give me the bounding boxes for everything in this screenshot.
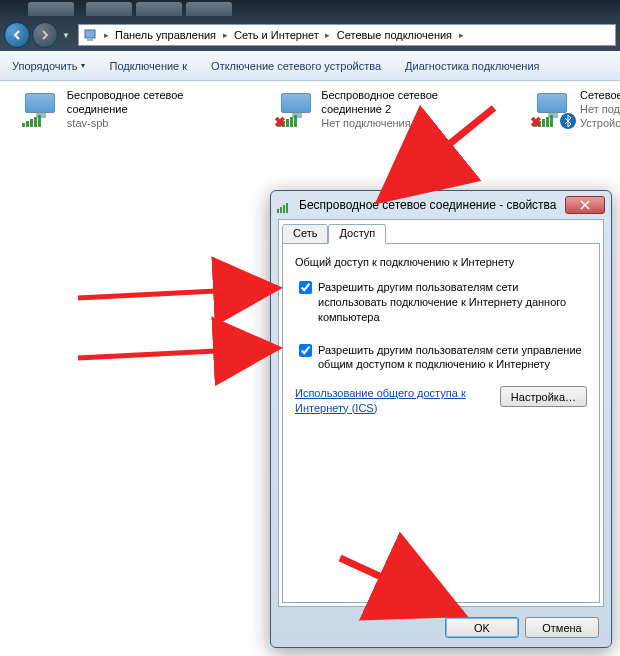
dialog-body: Сеть Доступ Общий доступ к подключению к… — [278, 219, 604, 607]
nav-back-button[interactable] — [4, 22, 30, 48]
dialog-titlebar[interactable]: Беспроводное сетевое соединение - свойст… — [271, 191, 611, 219]
connection-status: Нет подключения — [321, 117, 498, 131]
svg-rect-1 — [87, 39, 93, 41]
breadcrumb-item[interactable]: Сеть и Интернет — [230, 25, 323, 45]
connection-text: Сетевое пНет подклУстройств — [580, 89, 620, 130]
tab-row: Сеть Доступ — [282, 224, 386, 244]
toolbar-connect[interactable]: Подключение к — [97, 51, 199, 80]
window-thumbnail — [136, 2, 182, 16]
network-adapter-icon: ✖ — [278, 89, 315, 129]
cancel-button[interactable]: Отмена — [525, 617, 599, 638]
nav-history-dropdown[interactable]: ▼ — [60, 26, 72, 44]
checkbox-label: Разрешить другим пользователям сети испо… — [318, 280, 587, 325]
toolbar-organize[interactable]: Упорядочить — [0, 51, 97, 80]
properties-dialog: Беспроводное сетевое соединение - свойст… — [270, 190, 612, 648]
chevron-right-icon: ▸ — [456, 30, 466, 40]
connection-device: Устройств — [580, 117, 620, 131]
checkbox-allow-connection[interactable]: Разрешить другим пользователям сети испо… — [295, 280, 587, 325]
toolbar: Упорядочить Подключение к Отключение сет… — [0, 51, 620, 81]
bluetooth-icon — [560, 113, 576, 129]
wifi-icon — [277, 197, 293, 213]
breadcrumb[interactable]: ▸ Панель управления ▸ Сеть и Интернет ▸ … — [78, 24, 616, 46]
breadcrumb-item[interactable]: Сетевые подключения — [333, 25, 456, 45]
checkbox-input[interactable] — [299, 344, 312, 357]
network-connection-item[interactable]: ✖Сетевое пНет подклУстройств — [534, 89, 620, 130]
settings-button[interactable]: Настройка… — [500, 386, 587, 407]
connection-text: Беспроводное сетевое соединение 2Нет под… — [321, 89, 498, 130]
chevron-right-icon: ▸ — [220, 30, 230, 40]
tab-network[interactable]: Сеть — [282, 224, 328, 244]
dialog-title: Беспроводное сетевое соединение - свойст… — [299, 198, 565, 212]
network-adapter-icon: ✖ — [534, 89, 574, 129]
section-title: Общий доступ к подключению к Интернету — [295, 256, 587, 268]
network-adapter-icon — [22, 89, 61, 129]
svg-rect-0 — [85, 30, 95, 38]
connection-status: stav-spb — [67, 117, 242, 131]
toolbar-disable[interactable]: Отключение сетевого устройства — [199, 51, 393, 80]
chevron-right-icon: ▸ — [323, 30, 333, 40]
network-connection-item[interactable]: Беспроводное сетевое соединениеstav-spb — [22, 89, 242, 130]
ok-button[interactable]: OK — [445, 617, 519, 638]
connection-title: Беспроводное сетевое соединение — [67, 89, 242, 117]
connection-title: Беспроводное сетевое соединение 2 — [321, 89, 498, 117]
breadcrumb-root-icon — [83, 27, 99, 43]
window-thumbnail — [28, 2, 74, 16]
connection-title: Сетевое п — [580, 89, 620, 103]
tab-access[interactable]: Доступ — [328, 224, 386, 244]
breadcrumb-item[interactable]: Панель управления — [111, 25, 220, 45]
toolbar-diagnose[interactable]: Диагностика подключения — [393, 51, 551, 80]
chevron-right-icon: ▸ — [101, 30, 111, 40]
close-button[interactable] — [565, 196, 605, 214]
checkbox-input[interactable] — [299, 281, 312, 294]
network-connection-item[interactable]: ✖Беспроводное сетевое соединение 2Нет по… — [278, 89, 498, 130]
disabled-icon: ✖ — [530, 115, 544, 129]
checkbox-allow-control[interactable]: Разрешить другим пользователям сети упра… — [295, 343, 587, 373]
ics-help-link[interactable]: Использование общего доступа к Интернету… — [295, 386, 475, 415]
tab-content: Общий доступ к подключению к Интернету Р… — [282, 243, 600, 603]
window-thumbnail — [86, 2, 132, 16]
nav-header: ▼ ▸ Панель управления ▸ Сеть и Интернет … — [0, 19, 620, 51]
disabled-icon: ✖ — [274, 115, 288, 129]
connection-status: Нет подкл — [580, 103, 620, 117]
checkbox-label: Разрешить другим пользователям сети упра… — [318, 343, 587, 373]
nav-forward-button[interactable] — [32, 22, 58, 48]
window-thumbnail — [186, 2, 232, 16]
connection-text: Беспроводное сетевое соединениеstav-spb — [67, 89, 242, 130]
